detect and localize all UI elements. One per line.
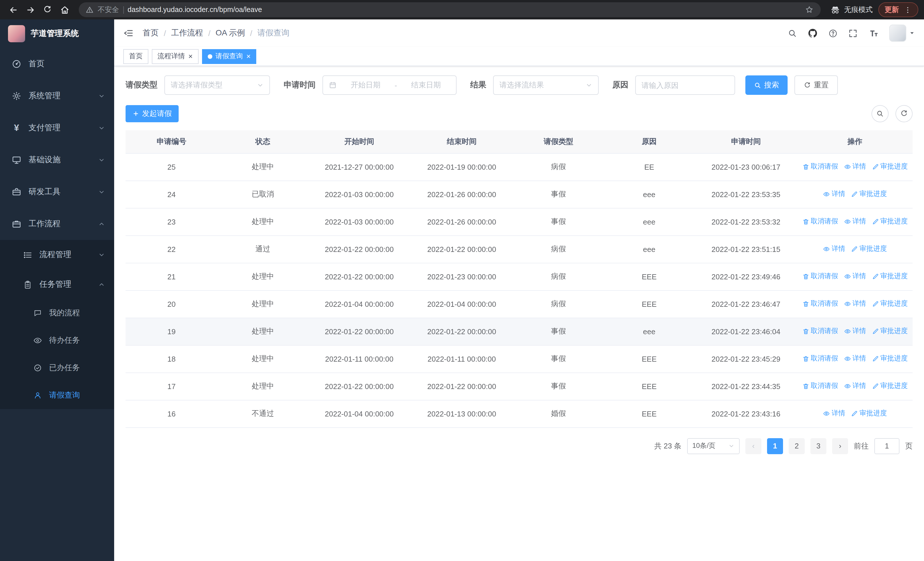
tab-close-icon[interactable]: × bbox=[188, 53, 193, 60]
cancel-leave-button[interactable]: 取消请假 bbox=[802, 354, 838, 364]
sidebar-item-done-tasks[interactable]: 已办任务 bbox=[0, 354, 114, 382]
browser-forward-button[interactable] bbox=[23, 2, 38, 17]
cell-id: 16 bbox=[126, 400, 218, 427]
caret-down-icon bbox=[909, 30, 915, 36]
header-search-button[interactable] bbox=[788, 28, 797, 38]
cell-type: 事假 bbox=[513, 180, 604, 208]
cancel-leave-button[interactable]: 取消请假 bbox=[802, 272, 838, 281]
cell-start: 2022-01-22 00:00:00 bbox=[308, 373, 410, 400]
approval-progress-button[interactable]: 审批进度 bbox=[851, 409, 887, 418]
sidebar-item-task-mgmt[interactable]: 任务管理 bbox=[0, 270, 114, 299]
approval-progress-button[interactable]: 审批进度 bbox=[851, 244, 887, 254]
select-placeholder: 请选择流结果 bbox=[500, 80, 544, 90]
dashboard-icon bbox=[11, 59, 22, 69]
tab-process-detail[interactable]: 流程详情 × bbox=[152, 49, 198, 64]
approval-progress-button[interactable]: 审批进度 bbox=[872, 272, 908, 281]
sidebar-item-devtools[interactable]: 研发工具 bbox=[0, 176, 114, 208]
prev-page-button[interactable]: ‹ bbox=[746, 438, 761, 454]
approval-progress-button[interactable]: 审批进度 bbox=[872, 217, 908, 227]
cancel-leave-button[interactable]: 取消请假 bbox=[802, 162, 838, 171]
tab-leave-query[interactable]: 请假查询 × bbox=[202, 49, 256, 64]
view-icon bbox=[844, 273, 850, 280]
next-page-button[interactable]: › bbox=[832, 438, 848, 454]
reason-input[interactable] bbox=[635, 75, 735, 95]
toggle-search-button[interactable] bbox=[872, 105, 889, 122]
security-indicator[interactable]: 不安全 bbox=[98, 5, 119, 15]
sidebar-item-todo-tasks[interactable]: 待办任务 bbox=[0, 327, 114, 354]
refresh-table-button[interactable] bbox=[896, 105, 913, 122]
sidebar-item-payment[interactable]: ¥ 支付管理 bbox=[0, 112, 114, 144]
apply-time-range-picker[interactable]: 开始日期 - 结束日期 bbox=[322, 75, 457, 95]
detail-button[interactable]: 详情 bbox=[844, 354, 866, 364]
breadcrumb-item-current: 请假查询 bbox=[257, 28, 290, 38]
detail-button[interactable]: 详情 bbox=[823, 409, 845, 418]
breadcrumb-item[interactable]: OA 示例 bbox=[216, 28, 245, 38]
page-size-select[interactable]: 10条/页 bbox=[687, 438, 740, 454]
cell-operations: 详情审批进度 bbox=[797, 400, 913, 427]
cancel-leave-button[interactable]: 取消请假 bbox=[802, 299, 838, 309]
tab-label: 请假查询 bbox=[216, 51, 243, 61]
browser-update-chip[interactable]: 更新 bbox=[878, 2, 918, 17]
edit-icon bbox=[851, 410, 858, 417]
detail-button[interactable]: 详情 bbox=[844, 217, 866, 227]
detail-button[interactable]: 详情 bbox=[844, 272, 866, 281]
detail-button[interactable]: 详情 bbox=[844, 381, 866, 391]
tab-close-icon[interactable]: × bbox=[246, 53, 250, 60]
leave-type-select[interactable]: 请选择请假类型 bbox=[164, 75, 270, 95]
sidebar-item-home[interactable]: 首页 bbox=[0, 48, 114, 80]
browser-back-button[interactable] bbox=[6, 2, 21, 17]
sidebar-item-infrastructure[interactable]: 基础设施 bbox=[0, 144, 114, 176]
approval-progress-button[interactable]: 审批进度 bbox=[872, 381, 908, 391]
cancel-leave-button[interactable]: 取消请假 bbox=[802, 217, 838, 227]
sidebar-item-process-mgmt[interactable]: 流程管理 bbox=[0, 240, 114, 270]
cell-start: 2022-01-11 00:00:00 bbox=[308, 345, 410, 373]
browser-reload-button[interactable] bbox=[40, 2, 55, 17]
detail-button[interactable]: 详情 bbox=[844, 162, 866, 171]
sidebar-item-leave-query[interactable]: 请假查询 bbox=[0, 382, 114, 409]
result-select[interactable]: 请选择流结果 bbox=[493, 75, 599, 95]
detail-button-label: 详情 bbox=[852, 381, 866, 391]
sidebar-item-system[interactable]: 系统管理 bbox=[0, 80, 114, 112]
browser-menu-icon[interactable] bbox=[903, 5, 912, 14]
chevron-down-icon bbox=[98, 156, 105, 163]
breadcrumb-item[interactable]: 首页 bbox=[142, 28, 159, 38]
github-link-button[interactable] bbox=[808, 28, 818, 38]
tab-home[interactable]: 首页 bbox=[123, 49, 148, 64]
cancel-leave-button[interactable]: 取消请假 bbox=[802, 326, 838, 336]
cell-end: 2022-01-11 00:00:00 bbox=[410, 345, 513, 373]
detail-button[interactable]: 详情 bbox=[844, 326, 866, 336]
col-apply-id: 申请编号 bbox=[126, 130, 218, 153]
create-leave-button[interactable]: 发起请假 bbox=[126, 105, 178, 122]
breadcrumb-item[interactable]: 工作流程 bbox=[171, 28, 203, 38]
sidebar-collapse-button[interactable] bbox=[123, 28, 134, 38]
help-button[interactable] bbox=[828, 28, 838, 38]
goto-page-input[interactable] bbox=[874, 438, 900, 454]
detail-button[interactable]: 详情 bbox=[823, 244, 845, 254]
clipboard-icon bbox=[23, 280, 33, 289]
fullscreen-button[interactable] bbox=[848, 28, 858, 38]
bookmark-star-icon[interactable] bbox=[805, 5, 814, 14]
search-button[interactable]: 搜索 bbox=[746, 75, 788, 95]
detail-button[interactable]: 详情 bbox=[823, 190, 845, 199]
address-bar[interactable]: 不安全 dashboard.yudao.iocoder.cn/bpm/oa/le… bbox=[79, 2, 821, 17]
detail-button[interactable]: 详情 bbox=[844, 299, 866, 309]
browser-home-button[interactable] bbox=[57, 2, 72, 17]
approval-progress-button[interactable]: 审批进度 bbox=[872, 326, 908, 336]
approval-progress-button[interactable]: 审批进度 bbox=[872, 299, 908, 309]
page-url[interactable]: dashboard.yudao.iocoder.cn/bpm/oa/leave bbox=[128, 6, 801, 14]
table-row: 22通过2022-01-22 00:00:002022-01-22 00:00:… bbox=[126, 235, 913, 263]
cell-id: 18 bbox=[126, 345, 218, 373]
reset-button[interactable]: 重置 bbox=[795, 75, 838, 95]
cancel-leave-button[interactable]: 取消请假 bbox=[802, 381, 838, 391]
sidebar-item-workflow[interactable]: 工作流程 bbox=[0, 208, 114, 240]
approval-progress-button[interactable]: 审批进度 bbox=[872, 162, 908, 171]
sidebar-item-my-process[interactable]: 我的流程 bbox=[0, 299, 114, 327]
user-menu[interactable] bbox=[889, 24, 915, 42]
approval-progress-button[interactable]: 审批进度 bbox=[872, 354, 908, 364]
apply-time-label: 申请时间 bbox=[284, 80, 316, 90]
page-button-1[interactable]: 1 bbox=[767, 438, 783, 454]
page-button-3[interactable]: 3 bbox=[810, 438, 826, 454]
font-size-button[interactable] bbox=[868, 28, 879, 39]
approval-progress-button[interactable]: 审批进度 bbox=[851, 190, 887, 199]
page-button-2[interactable]: 2 bbox=[789, 438, 805, 454]
